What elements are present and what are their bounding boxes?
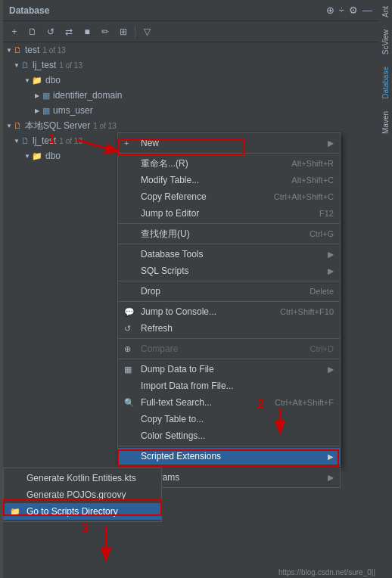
label-local: 本地SQL Server: [25, 120, 90, 132]
menu-item-jump-console[interactable]: 💬 Jump to Console... Ctrl+Shift+F10: [118, 303, 340, 320]
menu-item-drop[interactable]: Drop Delete: [118, 283, 340, 300]
fulltext-shortcut: Ctrl+Alt+Shift+F: [275, 398, 334, 407]
menu-item-compare: ⊕ Compare Ctrl+D: [118, 340, 340, 357]
tree-item-dbo-1[interactable]: ▼ 📁 dbo: [3, 73, 378, 88]
tree-item-ums[interactable]: ▶ ▦ ums_user: [3, 103, 378, 118]
sep-3: [118, 244, 340, 244]
sep-5: [118, 301, 340, 302]
arrow-local: ▼: [6, 123, 14, 129]
badge-local: 1 of 13: [93, 122, 117, 130]
dump-icon: ▦: [124, 365, 136, 374]
pojo-label: Generate POJOs.groovy: [26, 489, 155, 500]
tree-item-local-server[interactable]: ▼ 🗋 本地SQL Server 1 of 13: [3, 118, 378, 133]
menu-item-dump[interactable]: ▦ Dump Data to File ▶: [118, 361, 340, 378]
scripted-label: Scripted Extensions: [141, 451, 325, 461]
tab-maven[interactable]: Maven: [380, 105, 391, 140]
modify-label: Modify Table...: [141, 175, 282, 185]
search-icon: 🔍: [124, 398, 136, 408]
compare-label: Compare: [141, 343, 301, 354]
folder-icon-1: 📁: [32, 76, 42, 85]
schema-icon-2: 🗋: [21, 136, 30, 145]
menu-item-copy-table[interactable]: Copy Table to...: [118, 411, 340, 427]
db-tools-label: Database Tools: [141, 249, 325, 259]
sep-4: [118, 281, 340, 281]
table-icon-ums: ▦: [42, 106, 50, 116]
menu-item-import[interactable]: Import Data from File...: [118, 378, 340, 394]
menu-item-copy-ref[interactable]: Copy Reference Ctrl+Alt+Shift+C: [118, 188, 340, 205]
toolbar: + 🗋 ↺ ⇄ ■ ✏ ⊞ ▽: [3, 21, 378, 42]
menu-item-jump-editor[interactable]: Jump to Editor F12: [118, 205, 340, 222]
menu-item-refresh[interactable]: ↺ Refresh: [118, 320, 340, 337]
stop-button[interactable]: ■: [79, 23, 95, 40]
add-button[interactable]: +: [6, 23, 23, 40]
copy-ref-label: Copy Reference: [141, 191, 265, 202]
arrow-dbo2: ▼: [24, 153, 32, 160]
toolbar-sep: [135, 26, 135, 38]
menu-item-db-tools[interactable]: Database Tools ▶: [118, 246, 340, 263]
rename-shortcut: Alt+Shift+R: [291, 159, 334, 168]
drop-label: Drop: [141, 286, 300, 297]
arrow-dbo1: ▼: [24, 77, 32, 84]
rename-label: 重命名...(R): [141, 157, 282, 170]
label-ums: ums_user: [53, 105, 93, 116]
menu-item-modify[interactable]: Modify Table... Alt+Shift+C: [118, 172, 340, 188]
sync-button[interactable]: ⇄: [61, 23, 77, 40]
tree-item-test[interactable]: ▼ 🗋 test 1 of 13: [3, 42, 378, 57]
minimize-icon[interactable]: —: [362, 5, 372, 16]
dump-arrow: ▶: [328, 365, 334, 374]
console-shortcut: Ctrl+Shift+F10: [280, 307, 334, 316]
context-menu: + New ▶ 重命名...(R) Alt+Shift+R Modify Tab…: [117, 132, 341, 467]
sub-menu: Generate Kotlin Entities.kts Generate PO…: [3, 468, 162, 522]
label-identifier: identifier_domain: [53, 90, 122, 101]
color-label: Color Settings...: [141, 430, 334, 441]
table-icon-id: ▦: [42, 91, 50, 101]
scripts-dir-icon: 📁: [10, 507, 22, 517]
console-icon: 💬: [124, 307, 136, 317]
globe-icon[interactable]: ⊕: [326, 5, 334, 16]
copy-ref-shortcut: Ctrl+Alt+Shift+C: [274, 192, 334, 201]
menu-item-find[interactable]: 查找使用(U) Ctrl+G: [118, 225, 340, 242]
menu-item-new[interactable]: + New ▶: [118, 135, 340, 151]
new-label: New: [141, 138, 325, 148]
drop-shortcut: Delete: [310, 287, 334, 296]
tree-item-identifier[interactable]: ▶ ▦ identifier_domain: [3, 88, 378, 103]
db-icon-test: 🗋: [14, 45, 22, 54]
fulltext-label: Full-text Search...: [141, 397, 266, 408]
diagrams-arrow: ▶: [328, 474, 334, 482]
grid-button[interactable]: ⊞: [115, 23, 132, 40]
label-dbo2: dbo: [45, 151, 61, 161]
tab-database[interactable]: Database: [380, 61, 391, 105]
tab-ant[interactable]: Ant: [380, 0, 391, 23]
label-lj1: lj_test: [33, 60, 56, 70]
right-tabs: Ant ScView Database Maven: [378, 0, 392, 578]
sub-item-pojo[interactable]: Generate POJOs.groovy: [4, 486, 161, 503]
url-bar: https://blog.csdn.net/sure_0||: [275, 567, 378, 578]
tree-item-lj-test-1[interactable]: ▼ 🗋 lj_test 1 of 13: [3, 57, 378, 73]
edit-button[interactable]: ✏: [97, 23, 114, 40]
menu-item-sql-scripts[interactable]: SQL Scripts ▶: [118, 263, 340, 279]
compare-shortcut: Ctrl+D: [310, 344, 334, 353]
menu-item-rename[interactable]: 重命名...(R) Alt+Shift+R: [118, 155, 340, 172]
settings-icon[interactable]: ⚙: [349, 5, 358, 16]
tab-scview[interactable]: ScView: [380, 23, 391, 61]
menu-item-color[interactable]: Color Settings...: [118, 427, 340, 444]
sep-6: [118, 338, 340, 339]
label-dbo1: dbo: [45, 75, 61, 85]
scripted-arrow: ▶: [328, 452, 334, 461]
copy-button[interactable]: 🗋: [24, 23, 41, 40]
menu-item-fulltext[interactable]: 🔍 Full-text Search... Ctrl+Alt+Shift+F: [118, 394, 340, 411]
find-label: 查找使用(U): [141, 228, 300, 241]
arrow-ums: ▶: [35, 107, 42, 114]
kotlin-label: Generate Kotlin Entities.kts: [26, 473, 155, 483]
sub-item-goto-scripts[interactable]: 📁 Go to Scripts Directory: [4, 503, 161, 520]
refresh-button[interactable]: ↺: [42, 23, 59, 40]
main-container: Database ⊕ ÷ ⚙ — + 🗋 ↺ ⇄ ■ ✏ ⊞ ▽ ▼ 🗋 tes…: [0, 0, 392, 578]
compare-icon: ⊕: [124, 344, 136, 354]
sub-item-kotlin[interactable]: Generate Kotlin Entities.kts: [4, 470, 161, 486]
panel-header: Database ⊕ ÷ ⚙ —: [3, 0, 378, 21]
db-tools-arrow: ▶: [328, 250, 334, 259]
split-icon[interactable]: ÷: [339, 5, 344, 16]
menu-item-scripted[interactable]: Scripted Extensions ▶: [118, 448, 340, 465]
filter-button[interactable]: ▽: [138, 23, 155, 40]
arrow-id: ▶: [35, 92, 42, 99]
